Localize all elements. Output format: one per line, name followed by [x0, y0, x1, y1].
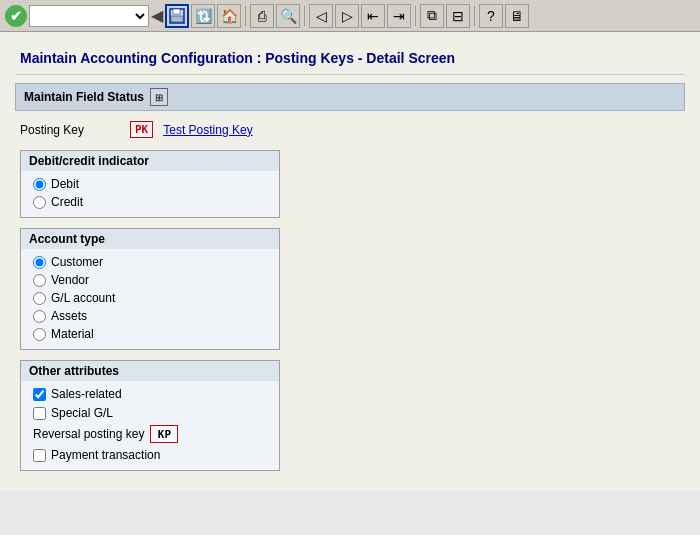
sales-related-checkbox[interactable] [33, 388, 46, 401]
payment-transaction-label: Payment transaction [51, 448, 160, 462]
help-button[interactable]: ? [479, 4, 503, 28]
nav-next-button[interactable]: ▷ [335, 4, 359, 28]
radio-material-input[interactable] [33, 328, 46, 341]
other-attributes-title: Other attributes [21, 361, 279, 381]
save-button[interactable] [165, 4, 189, 28]
nav-prev-button[interactable]: ◁ [309, 4, 333, 28]
sales-related-item[interactable]: Sales-related [33, 387, 267, 401]
sep3 [415, 6, 416, 26]
radio-vendor-label: Vendor [51, 273, 89, 287]
reversal-posting-key-row: Reversal posting key KP [33, 425, 267, 443]
sales-related-label: Sales-related [51, 387, 122, 401]
main-content: Maintain Accounting Configuration : Post… [0, 32, 700, 491]
radio-assets-input[interactable] [33, 310, 46, 323]
field-status-icon[interactable]: ⊞ [150, 88, 168, 106]
radio-gl-account[interactable]: G/L account [33, 291, 267, 305]
page-title: Maintain Accounting Configuration : Post… [15, 42, 685, 75]
radio-material-label: Material [51, 327, 94, 341]
radio-debit[interactable]: Debit [33, 177, 267, 191]
payment-transaction-item[interactable]: Payment transaction [33, 448, 267, 462]
radio-debit-input[interactable] [33, 178, 46, 191]
sep1 [245, 6, 246, 26]
field-status-label: Maintain Field Status [24, 90, 144, 104]
radio-gl-input[interactable] [33, 292, 46, 305]
special-gl-item[interactable]: Special G/L [33, 406, 267, 420]
account-type-content: Customer Vendor G/L account Assets Mater… [21, 249, 279, 349]
layout-button2[interactable]: ⊟ [446, 4, 470, 28]
posting-key-row: Posting Key PK Test Posting Key [15, 121, 685, 138]
svg-rect-2 [171, 16, 183, 22]
other-attributes-content: Sales-related Special G/L Reversal posti… [21, 381, 279, 470]
print-button[interactable]: ⎙ [250, 4, 274, 28]
search-button[interactable]: 🔍 [276, 4, 300, 28]
kp-field[interactable]: KP [150, 425, 178, 443]
other-attributes-section: Other attributes Sales-related Special G… [20, 360, 280, 471]
payment-transaction-checkbox[interactable] [33, 449, 46, 462]
check-button[interactable]: ✔ [5, 5, 27, 27]
special-gl-checkbox[interactable] [33, 407, 46, 420]
home-button[interactable]: 🏠 [217, 4, 241, 28]
radio-assets[interactable]: Assets [33, 309, 267, 323]
field-status-bar: Maintain Field Status ⊞ [15, 83, 685, 111]
radio-customer-input[interactable] [33, 256, 46, 269]
sep4 [474, 6, 475, 26]
radio-customer[interactable]: Customer [33, 255, 267, 269]
svg-rect-1 [173, 9, 180, 14]
debit-credit-section: Debit/credit indicator Debit Credit [20, 150, 280, 218]
radio-vendor-input[interactable] [33, 274, 46, 287]
monitor-button[interactable]: 🖥 [505, 4, 529, 28]
command-input[interactable] [29, 5, 149, 27]
reversal-posting-key-label: Reversal posting key [33, 427, 144, 441]
posting-key-label: Posting Key [20, 123, 120, 137]
radio-customer-label: Customer [51, 255, 103, 269]
posting-key-field: PK [130, 121, 153, 138]
pk-badge: PK [130, 121, 153, 138]
layout-button1[interactable]: ⧉ [420, 4, 444, 28]
radio-credit-input[interactable] [33, 196, 46, 209]
sections-wrapper: Debit/credit indicator Debit Credit Acco… [15, 150, 685, 471]
radio-gl-label: G/L account [51, 291, 115, 305]
debit-credit-content: Debit Credit [21, 171, 279, 217]
refresh-button[interactable]: 🔃 [191, 4, 215, 28]
sep2 [304, 6, 305, 26]
toolbar: ✔ ◀ 🔃 🏠 ⎙ 🔍 ◁ ▷ ⇤ ⇥ ⧉ ⊟ ? 🖥 [0, 0, 700, 32]
account-type-section: Account type Customer Vendor G/L account… [20, 228, 280, 350]
radio-debit-label: Debit [51, 177, 79, 191]
nav-last-button[interactable]: ⇥ [387, 4, 411, 28]
account-type-title: Account type [21, 229, 279, 249]
radio-credit-label: Credit [51, 195, 83, 209]
special-gl-label: Special G/L [51, 406, 113, 420]
nav-first-button[interactable]: ⇤ [361, 4, 385, 28]
radio-material[interactable]: Material [33, 327, 267, 341]
test-posting-key-link[interactable]: Test Posting Key [163, 123, 252, 137]
radio-vendor[interactable]: Vendor [33, 273, 267, 287]
debit-credit-title: Debit/credit indicator [21, 151, 279, 171]
radio-credit[interactable]: Credit [33, 195, 267, 209]
kp-value: KP [158, 428, 171, 441]
radio-assets-label: Assets [51, 309, 87, 323]
